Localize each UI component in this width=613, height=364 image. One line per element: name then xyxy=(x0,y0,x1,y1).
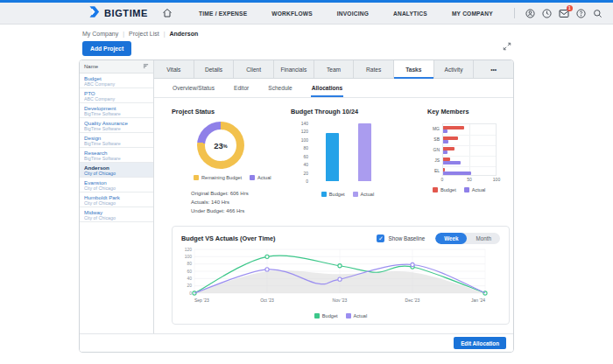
sidebar-item-humboldt-park[interactable]: Humboldt Park City of Chicago xyxy=(80,192,153,207)
y-tick-label: 140 xyxy=(291,121,308,126)
legend-item: Budget xyxy=(314,313,338,318)
tasks-content: Overview/Status Editor Schedule Allocati… xyxy=(154,79,513,333)
show-baseline-control[interactable]: ✓ Show Baseline xyxy=(377,234,425,242)
bar-budget xyxy=(326,133,339,181)
stat-original-budget: Original Budget: 606 Hrs xyxy=(191,190,291,199)
clock-icon[interactable] xyxy=(542,9,552,18)
user-icon[interactable] xyxy=(525,9,535,18)
breadcrumb: My Company | Project List | Anderson xyxy=(82,31,198,37)
subtab-editor[interactable]: Editor xyxy=(224,79,258,97)
member-label: SB xyxy=(427,134,442,144)
home-icon[interactable] xyxy=(162,8,173,18)
series-actual-marker xyxy=(338,277,342,281)
nav-workflows[interactable]: WORKFLOWS xyxy=(271,10,312,17)
budget-through-block: Budget Through 10/24 020406080100120140 … xyxy=(291,108,420,226)
breadcrumb-project-list[interactable]: Project List xyxy=(129,31,159,37)
bigtime-logo-icon xyxy=(88,5,101,22)
hbar-actual xyxy=(443,161,461,164)
bar-actual xyxy=(358,123,371,181)
sort-icon[interactable] xyxy=(143,63,149,70)
mail-icon[interactable]: 1 xyxy=(559,9,569,18)
project-list-sidebar: Name Budget ABC Company PTO ABC Company … xyxy=(80,60,154,333)
legend-label: Actual xyxy=(257,175,271,180)
expand-icon[interactable] xyxy=(503,38,511,54)
subtab-overview-status[interactable]: Overview/Status xyxy=(163,79,224,97)
gridline xyxy=(443,135,496,136)
member-label: JS xyxy=(427,155,442,165)
donut-legend: Remaining BudgetActual xyxy=(194,175,291,180)
legend-swatch xyxy=(314,313,320,318)
tab-details[interactable]: Details xyxy=(194,60,235,78)
x-tick-label: Dec '23 xyxy=(405,298,420,303)
legend-item: Actual xyxy=(464,187,486,192)
x-tick-label: Sep '23 xyxy=(194,298,209,303)
legend-swatch xyxy=(194,175,199,180)
help-icon[interactable] xyxy=(576,9,586,18)
brand-text: BIGTIME xyxy=(104,8,148,18)
x-tick-label: Jan '24 xyxy=(471,298,485,303)
y-tick-label: 20 xyxy=(291,171,308,176)
add-project-button[interactable]: Add Project xyxy=(82,41,131,56)
legend-label: Budget xyxy=(440,187,456,192)
hbar-budget xyxy=(443,136,458,140)
series-actual-marker xyxy=(411,262,414,266)
sidebar-item-budget[interactable]: Budget ABC Company xyxy=(80,74,153,88)
period-toggle: Week Month xyxy=(435,233,500,244)
sidebar-item-midway[interactable]: Midway City of Chicago xyxy=(80,207,153,222)
key-members-block: Key Members MGSBGNJSEL 050100 BudgetActu… xyxy=(420,108,513,226)
y-tick-label: 0 xyxy=(291,178,308,184)
breadcrumb-my-company[interactable]: My Company xyxy=(82,31,118,37)
tab-tasks[interactable]: Tasks xyxy=(394,60,434,78)
series-budget-marker xyxy=(338,264,342,268)
toggle-month[interactable]: Month xyxy=(467,233,500,244)
y-tick-label: 40 xyxy=(187,276,192,281)
y-tick-label: 80 xyxy=(291,145,308,150)
budget-vs-actuals-card: Budget VS Actuals (Over Time) ✓ Show Bas… xyxy=(172,226,510,325)
legend-swatch xyxy=(433,187,438,192)
nav-my-company[interactable]: MY COMPANY xyxy=(452,10,493,17)
x-tick-label: Nov '23 xyxy=(333,298,348,303)
sidebar-item-quality-assurance[interactable]: Quality Assurance BigTime Software xyxy=(80,118,153,133)
nav-time-expense[interactable]: TIME / EXPENSE xyxy=(199,10,247,17)
legend-item: Actual xyxy=(353,192,375,197)
project-panel: Name Budget ABC Company PTO ABC Company … xyxy=(79,60,514,353)
sidebar-item-design[interactable]: Design BigTime Software xyxy=(80,133,153,148)
tab-more[interactable]: ••• xyxy=(474,60,513,78)
key-members-box xyxy=(442,123,497,176)
toggle-week[interactable]: Week xyxy=(435,233,467,244)
sidebar-item-evanston[interactable]: Evanston City of Chicago xyxy=(80,178,153,192)
search-icon[interactable] xyxy=(593,9,602,18)
timeline-legend: BudgetActual xyxy=(181,313,500,318)
sidebar-item-development[interactable]: Development BigTime Software xyxy=(80,103,153,118)
legend-label: Budget xyxy=(329,192,345,197)
show-baseline-checkbox[interactable]: ✓ xyxy=(377,234,384,242)
sidebar-header-label: Name xyxy=(84,64,98,69)
member-label: GN xyxy=(427,144,442,155)
tab-team[interactable]: Team xyxy=(314,60,355,78)
tab-financials[interactable]: Financials xyxy=(274,60,314,78)
hbar-budget xyxy=(443,158,450,161)
nav-invoicing[interactable]: INVOICING xyxy=(337,10,369,17)
tab-vitals[interactable]: Vitals xyxy=(154,60,194,78)
hbar-budget xyxy=(443,147,454,150)
edit-allocation-button[interactable]: Edit Allocation xyxy=(454,337,506,349)
stat-under-budget: Under Budget: 466 Hrs xyxy=(191,207,291,216)
tab-rates[interactable]: Rates xyxy=(354,60,394,78)
legend-swatch xyxy=(346,313,351,318)
sidebar-item-anderson[interactable]: Anderson City of Chicago xyxy=(80,163,153,178)
hbar-budget xyxy=(443,126,464,130)
subtab-schedule[interactable]: Schedule xyxy=(258,79,302,97)
panel-footer: Edit Allocation xyxy=(80,333,513,352)
sidebar-item-research[interactable]: Research BigTime Software xyxy=(80,148,153,163)
legend-label: Actual xyxy=(361,192,375,197)
budget-stats: Original Budget: 606 Hrs Actuals: 140 Hr… xyxy=(191,190,291,216)
y-tick-label: 60 xyxy=(187,269,192,274)
tab-client[interactable]: Client xyxy=(234,60,274,78)
tab-activity[interactable]: Activity xyxy=(434,60,475,78)
subtab-allocations[interactable]: Allocations xyxy=(302,79,353,97)
legend-item: Budget xyxy=(433,187,456,192)
sidebar-item-pto[interactable]: PTO ABC Company xyxy=(80,88,153,103)
y-tick-label: 40 xyxy=(291,162,308,167)
bigtime-logo[interactable]: BIGTIME xyxy=(88,5,148,22)
nav-analytics[interactable]: ANALYTICS xyxy=(393,10,427,17)
